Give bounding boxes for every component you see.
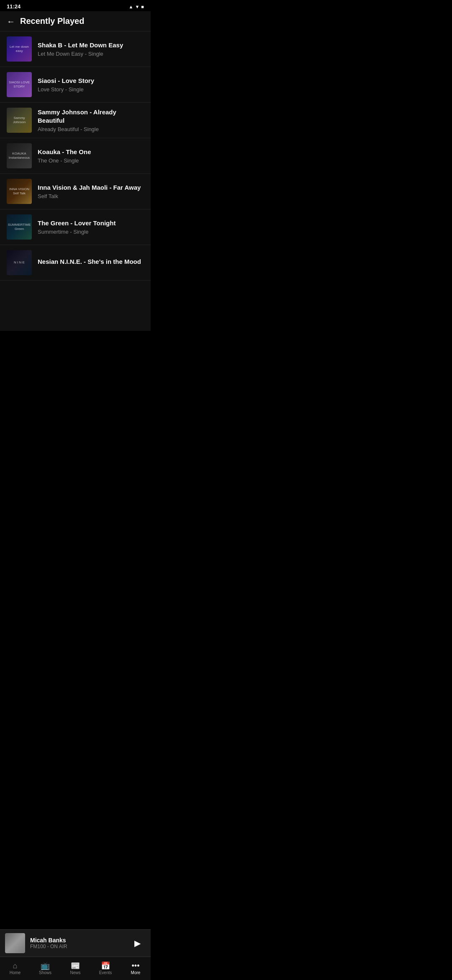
track-title-2: Siaosi - Love Story [38, 77, 144, 85]
track-info-2: Siaosi - Love StoryLove Story - Single [38, 77, 144, 93]
track-art-text-5: INNA VISION Self Talk [7, 179, 32, 204]
track-title-5: Inna Vision & Jah Maoli - Far Away [38, 183, 144, 192]
track-subtitle-4: The One - Single [38, 157, 144, 164]
page-title: Recently Played [20, 16, 84, 26]
track-thumbnail-4: KOAUKA Instantaneous [7, 143, 32, 168]
track-info-4: Koauka - The OneThe One - Single [38, 148, 144, 164]
track-thumbnail-3: Sammy Johnson [7, 108, 32, 133]
track-title-7: Nesian N.I.N.E. - She's in the Mood [38, 258, 144, 266]
battery-icon: ■ [141, 4, 144, 9]
track-item-3[interactable]: Sammy JohnsonSammy Johnson - Already Bea… [0, 103, 151, 138]
track-info-3: Sammy Johnson - Already BeautifulAlready… [38, 108, 144, 132]
track-subtitle-3: Already Beautiful - Single [38, 126, 144, 132]
wifi-icon: ▲ [129, 4, 134, 9]
track-art-text-3: Sammy Johnson [7, 108, 32, 133]
track-title-3: Sammy Johnson - Already Beautiful [38, 108, 144, 124]
track-art-text-1: Let me down easy [7, 36, 32, 62]
track-item-2[interactable]: SIAOSI LOVE STORYSiaosi - Love StoryLove… [0, 67, 151, 103]
track-info-1: Shaka B - Let Me Down EasyLet Me Down Ea… [38, 41, 144, 57]
track-subtitle-1: Let Me Down Easy - Single [38, 51, 144, 57]
track-title-4: Koauka - The One [38, 148, 144, 156]
track-thumbnail-5: INNA VISION Self Talk [7, 179, 32, 204]
track-title-1: Shaka B - Let Me Down Easy [38, 41, 144, 49]
status-icons: ▲ ▼ ■ [129, 4, 144, 9]
back-button[interactable]: ← [7, 17, 15, 26]
track-item-7[interactable]: N I N ENesian N.I.N.E. - She's in the Mo… [0, 245, 151, 281]
track-info-7: Nesian N.I.N.E. - She's in the Mood [38, 258, 144, 268]
track-subtitle-2: Love Story - Single [38, 86, 144, 93]
track-art-text-6: SUMMERTIME Green [7, 214, 32, 240]
status-time: 11:24 [7, 3, 21, 10]
track-subtitle-5: Self Talk [38, 193, 144, 199]
track-info-5: Inna Vision & Jah Maoli - Far AwaySelf T… [38, 183, 144, 200]
track-art-text-4: KOAUKA Instantaneous [7, 143, 32, 168]
header: ← Recently Played [0, 11, 151, 31]
track-thumbnail-1: Let me down easy [7, 36, 32, 62]
track-list: Let me down easyShaka B - Let Me Down Ea… [0, 31, 151, 331]
signal-icon: ▼ [135, 4, 139, 9]
track-item-4[interactable]: KOAUKA InstantaneousKoauka - The OneThe … [0, 138, 151, 174]
track-thumbnail-2: SIAOSI LOVE STORY [7, 72, 32, 97]
track-subtitle-6: Summertime - Single [38, 229, 144, 235]
track-art-text-7: N I N E [7, 250, 32, 275]
track-title-6: The Green - Lover Tonight [38, 219, 144, 227]
track-art-text-2: SIAOSI LOVE STORY [7, 72, 32, 97]
track-thumbnail-7: N I N E [7, 250, 32, 275]
track-info-6: The Green - Lover TonightSummertime - Si… [38, 219, 144, 235]
track-item-6[interactable]: SUMMERTIME GreenThe Green - Lover Tonigh… [0, 209, 151, 245]
track-item-1[interactable]: Let me down easyShaka B - Let Me Down Ea… [0, 31, 151, 67]
track-thumbnail-6: SUMMERTIME Green [7, 214, 32, 240]
track-item-5[interactable]: INNA VISION Self TalkInna Vision & Jah M… [0, 174, 151, 209]
status-bar: 11:24 ▲ ▼ ■ [0, 0, 151, 11]
